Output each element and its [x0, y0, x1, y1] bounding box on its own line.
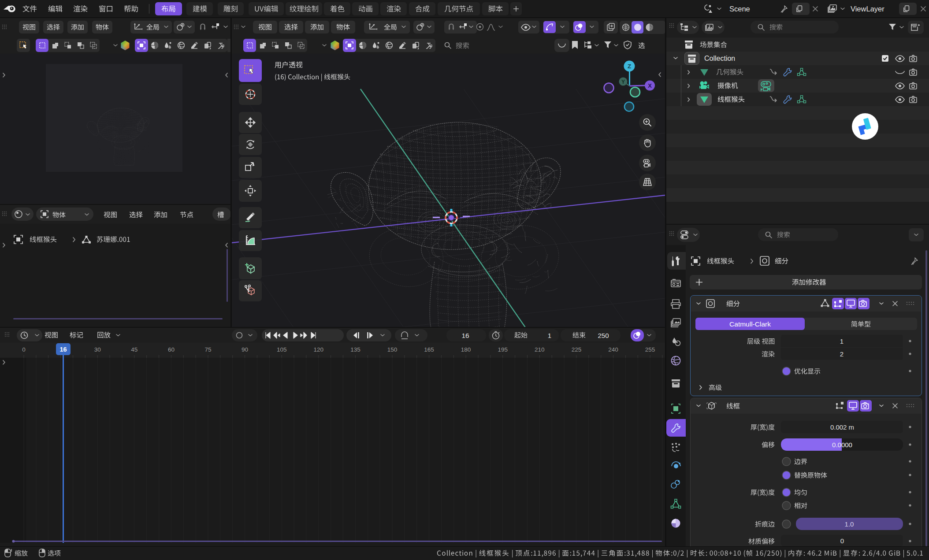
- svg-text:X: X: [648, 82, 652, 89]
- svg-text:Z: Z: [628, 63, 631, 70]
- svg-text:Y: Y: [621, 79, 625, 85]
